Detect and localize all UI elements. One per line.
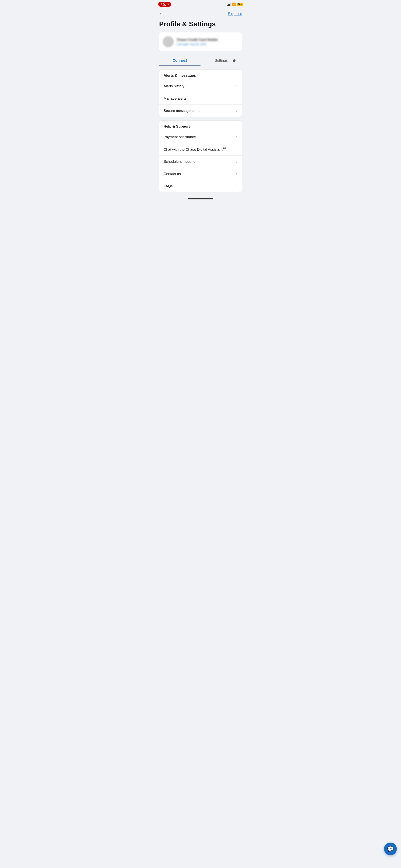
alerts-messages-section: Alerts & messages Alerts history › Manag… — [159, 69, 242, 117]
chat-digital-assistant-item[interactable]: Chat with the Chase Digital AssistantSM … — [159, 143, 242, 155]
schedule-meeting-item[interactable]: Schedule a meeting › — [159, 155, 242, 167]
main-content: Profile & Settings Chase Credit Card Hol… — [155, 20, 246, 192]
tab-connect[interactable]: Connect — [159, 56, 200, 66]
target-logo: 2 3 — [158, 2, 171, 7]
profile-info: Chase Credit Card Holder Last login: Aug… — [177, 38, 238, 46]
status-bar: 2 3 📶 16+ — [155, 0, 246, 8]
battery-level: 16+ — [238, 3, 242, 5]
tab-settings-label: Settings — [215, 59, 228, 63]
schedule-meeting-label: Schedule a meeting — [164, 160, 195, 164]
signal-bar-4 — [230, 3, 231, 6]
sign-out-link[interactable]: Sign out — [228, 12, 242, 16]
home-indicator — [155, 196, 246, 201]
back-arrow-icon: ‹ — [160, 11, 162, 16]
alerts-messages-header: Alerts & messages — [159, 70, 242, 80]
battery-indicator: 16+ — [237, 3, 243, 6]
manage-alerts-item[interactable]: Manage alerts › — [159, 92, 242, 104]
payment-assistance-item[interactable]: Payment assistance › — [159, 131, 242, 143]
faqs-label: FAQs — [164, 184, 173, 188]
tab-connect-label: Connect — [173, 59, 187, 63]
signal-bar-3 — [229, 4, 230, 6]
contact-us-label: Contact us — [164, 172, 181, 176]
chat-digital-assistant-label: Chat with the Chase Digital AssistantSM — [164, 147, 226, 152]
chevron-right-icon: › — [236, 147, 237, 152]
tab-settings[interactable]: Settings — [200, 56, 242, 66]
back-button[interactable]: ‹ — [159, 10, 162, 18]
logo-right: 3 — [167, 3, 169, 6]
superscript-sm: SM — [223, 147, 226, 150]
app-logo: 2 3 — [158, 2, 171, 7]
bullseye-inner — [164, 4, 165, 5]
wifi-icon: 📶 — [232, 3, 236, 6]
home-indicator-bar — [188, 198, 213, 199]
nav-bar: ‹ Sign out — [155, 8, 246, 20]
sign-out-label: Sign out — [228, 12, 242, 16]
manage-alerts-label: Manage alerts — [164, 96, 187, 101]
tab-dot — [233, 59, 235, 62]
chevron-right-icon: › — [236, 108, 237, 113]
bullseye-icon — [163, 3, 166, 6]
chevron-right-icon: › — [236, 159, 237, 164]
alerts-history-item[interactable]: Alerts history › — [159, 80, 242, 92]
alerts-history-label: Alerts history — [164, 84, 184, 88]
chevron-right-icon: › — [236, 172, 237, 176]
avatar — [163, 36, 174, 47]
profile-name: Chase Credit Card Holder — [177, 38, 238, 42]
page-title: Profile & Settings — [159, 20, 242, 28]
logo-left: 2 — [161, 3, 162, 6]
signal-bars — [227, 3, 231, 6]
chevron-right-icon: › — [236, 84, 237, 88]
secure-message-center-item[interactable]: Secure message center › — [159, 104, 242, 117]
chevron-right-icon: › — [236, 96, 237, 101]
profile-subtext: Last login: Aug 30, 2024 — [177, 42, 238, 46]
faqs-item[interactable]: FAQs › — [159, 180, 242, 192]
tabs-container: Connect Settings — [159, 56, 242, 66]
payment-assistance-label: Payment assistance — [164, 135, 196, 139]
secure-message-center-label: Secure message center — [164, 109, 202, 113]
status-bar-right: 📶 16+ — [227, 3, 243, 6]
signal-bar-1 — [227, 5, 228, 6]
profile-card[interactable]: Chase Credit Card Holder Last login: Aug… — [159, 32, 242, 51]
contact-us-item[interactable]: Contact us › — [159, 167, 242, 180]
chevron-right-icon: › — [236, 184, 237, 188]
help-support-section: Help & Support Payment assistance › Chat… — [159, 120, 242, 192]
help-support-header: Help & Support — [159, 121, 242, 131]
chevron-right-icon: › — [236, 135, 237, 139]
signal-bar-2 — [228, 4, 229, 6]
